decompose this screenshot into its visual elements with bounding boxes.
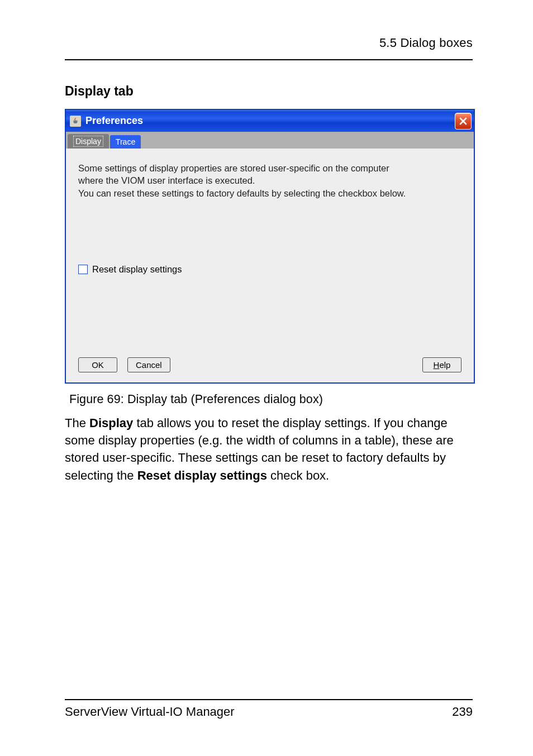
- header-divider: [65, 59, 473, 60]
- dialog-titlebar: Preferences: [66, 110, 474, 132]
- para-b2: Reset display settings: [137, 468, 267, 482]
- cancel-button-label: Cancel: [136, 360, 162, 370]
- close-button[interactable]: [455, 113, 472, 130]
- help-button-label: Help: [434, 360, 451, 370]
- preferences-dialog: Preferences Display Trace Some settings …: [65, 109, 475, 384]
- ok-button-label: OK: [92, 360, 104, 370]
- help-button[interactable]: Help: [422, 357, 461, 372]
- tab-panel-display: Some settings of display properties are …: [66, 149, 474, 382]
- body-paragraph: The Display tab allows you to reset the …: [0, 406, 533, 484]
- dialog-description: Some settings of display properties are …: [78, 162, 461, 199]
- para-b1: Display: [89, 416, 133, 430]
- dialog-title: Preferences: [85, 115, 455, 127]
- desc-line-1: Some settings of display properties are …: [78, 163, 389, 173]
- reset-display-settings-checkbox[interactable]: [78, 265, 88, 274]
- figure-caption: Figure 69: Display tab (Preferences dial…: [0, 384, 533, 406]
- tab-strip: Display Trace: [66, 132, 474, 149]
- footer-left: ServerView Virtual-IO Manager: [65, 705, 235, 719]
- footer-divider: [65, 699, 473, 700]
- ok-button[interactable]: OK: [78, 357, 117, 372]
- tab-trace[interactable]: Trace: [110, 135, 141, 149]
- reset-display-settings-label: Reset display settings: [92, 264, 182, 275]
- page-number: 239: [452, 705, 473, 719]
- page-header-section: 5.5 Dialog boxes: [65, 36, 473, 59]
- cancel-button[interactable]: Cancel: [127, 357, 170, 372]
- desc-line-3: You can reset these settings to factory …: [78, 188, 406, 198]
- tab-label-trace: Trace: [116, 137, 135, 146]
- para-pre1: The: [65, 416, 89, 430]
- para-post2: check box.: [267, 468, 329, 482]
- close-icon: [459, 117, 467, 125]
- tab-label-display: Display: [73, 136, 103, 147]
- section-heading-display-tab: Display tab: [65, 84, 473, 99]
- java-cup-icon: [70, 116, 81, 127]
- desc-line-2: where the VIOM user interface is execute…: [78, 175, 255, 185]
- tab-display[interactable]: Display: [68, 134, 109, 149]
